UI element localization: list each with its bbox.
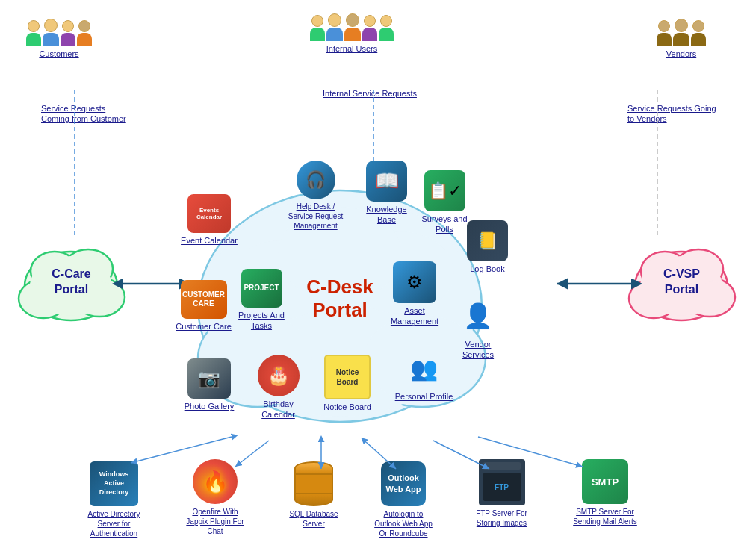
openfire-icon: 🔥 <box>193 459 238 504</box>
help-desk-label: Help Desk / Service Request Management <box>284 202 347 231</box>
vendor-services-label: Vendor Services <box>448 339 508 361</box>
notice-board-label: Notice Board <box>323 402 371 412</box>
photo-gallery-label: Photo Gallery <box>185 401 235 411</box>
customer-care-node: CUSTOMERCARE Customer Care <box>172 280 235 332</box>
service-requests-customer-label: Service Requests Coming from Customer <box>41 103 131 125</box>
ftp-server-node: FTP FTP Server For Storing Images <box>466 459 537 528</box>
smtp-server-icon: SMTP <box>582 459 628 504</box>
sql-database-label: SQL Database Server <box>280 509 347 529</box>
help-desk-icon: 🎧 <box>297 161 335 199</box>
main-cloud: C-DeskPortal EventsCalendar Event Calend… <box>161 157 519 441</box>
svg-point-40 <box>689 281 731 313</box>
birthday-label: Birthday Calendar <box>247 399 310 420</box>
svg-point-29 <box>22 283 64 314</box>
sql-database-icon <box>292 461 335 506</box>
logbook-icon: 📒 <box>467 220 508 261</box>
svg-point-30 <box>78 281 120 313</box>
autologin-icon: OutlookWeb App <box>381 461 426 506</box>
internal-service-requests-label: Internal Service Requests <box>323 88 417 99</box>
customer-care-icon: CUSTOMERCARE <box>181 280 227 319</box>
vendor-services-icon: 👤 <box>459 295 497 337</box>
knowledge-base-label: Knowledge Base <box>359 204 415 225</box>
notice-board-node: NoticeBoard Notice Board <box>317 355 377 412</box>
smtp-server-node: SMTP SMTP Server For Sending Mail Alerts <box>568 459 642 526</box>
personal-profile-node: 👥 Personal Profile <box>392 347 456 402</box>
asset-icon: ⚙ <box>393 261 436 303</box>
projects-icon: PROJECT <box>241 269 282 308</box>
autologin-node: OutlookWeb App Autologin to Outlook Web … <box>366 461 441 538</box>
event-calendar-node: EventsCalendar Event Calendar <box>176 194 243 246</box>
logbook-node: 📒 Log Book <box>459 220 515 274</box>
svg-point-42 <box>678 253 719 284</box>
event-calendar-label: Event Calendar <box>181 235 238 246</box>
asset-management-node: ⚙ Asset Management <box>385 261 444 327</box>
projects-label: Projects And Tasks <box>232 310 291 332</box>
active-directory-node: WindowsActiveDirectory Active Directory … <box>78 461 149 538</box>
vendor-services-node: 👤 Vendor Services <box>448 295 508 361</box>
customers-icon <box>26 19 92 46</box>
customers-node: Customers <box>26 19 92 59</box>
knowledge-base-node: 📖 Knowledge Base <box>359 161 415 225</box>
service-requests-customer-node: Service Requests Coming from Customer <box>41 101 131 125</box>
service-requests-vendors-label: Service Requests Going to Vendors <box>627 103 717 125</box>
openfire-node: 🔥 Openfire With Jappix Plugin For Chat <box>178 459 252 536</box>
photo-gallery-node: 📷 Photo Gallery <box>179 358 239 411</box>
internal-users-icon <box>310 13 394 41</box>
asset-label: Asset Management <box>385 305 444 327</box>
autologin-label: Autologin to Outlook Web App Or Roundcub… <box>370 509 437 538</box>
surveys-icon: 📋✓ <box>424 170 465 211</box>
event-calendar-icon: EventsCalendar <box>187 194 231 233</box>
customers-label: Customers <box>39 49 78 59</box>
personal-profile-label: Personal Profile <box>395 391 453 402</box>
smtp-server-label: SMTP Server For Sending Mail Alerts <box>571 507 639 526</box>
service-requests-vendors-node: Service Requests Going to Vendors <box>627 101 717 125</box>
sql-database-node: SQL Database Server <box>280 461 347 529</box>
ccare-cloud-svg <box>13 237 129 327</box>
birthday-calendar-node: 🎂 Birthday Calendar <box>247 355 310 420</box>
internal-users-label: Internal Users <box>326 43 377 54</box>
birthday-icon: 🎂 <box>258 355 300 396</box>
ccare-cloud: C-CarePortal <box>13 237 129 327</box>
internal-service-requests-node: Internal Service Requests <box>321 86 418 99</box>
internal-users-node: Internal Users <box>310 13 394 54</box>
vendors-icon <box>657 19 706 46</box>
active-directory-label: Active Directory Server for Authenticati… <box>81 509 148 538</box>
personal-profile-icon: 👥 <box>402 347 447 389</box>
cvsp-cloud-svg <box>624 237 740 327</box>
openfire-label: Openfire With Jappix Plugin For Chat <box>182 507 249 536</box>
vendors-node: Vendors <box>657 19 706 59</box>
customer-care-label: Customer Care <box>176 321 232 332</box>
svg-point-39 <box>633 283 675 314</box>
active-directory-icon: WindowsActiveDirectory <box>90 461 138 506</box>
notice-board-icon: NoticeBoard <box>324 355 371 399</box>
vendors-label: Vendors <box>666 49 696 59</box>
diagram: Customers Service Requests Coming from C… <box>0 0 747 560</box>
logbook-label: Log Book <box>470 264 504 274</box>
photo-gallery-icon: 📷 <box>187 358 231 399</box>
ftp-server-label: FTP Server For Storing Images <box>468 508 536 528</box>
ftp-server-icon: FTP <box>479 459 525 505</box>
knowledge-base-icon: 📖 <box>366 161 407 202</box>
cvsp-cloud: C-VSPPortal <box>624 237 740 327</box>
projects-node: PROJECT Projects And Tasks <box>232 269 291 332</box>
help-desk-node: 🎧 Help Desk / Service Request Management <box>284 161 347 231</box>
svg-point-32 <box>67 253 109 284</box>
